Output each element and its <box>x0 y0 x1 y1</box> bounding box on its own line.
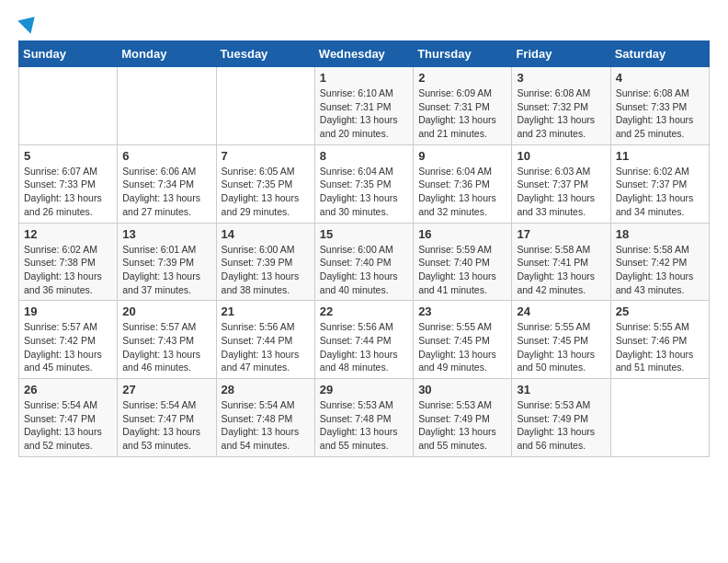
day-number: 10 <box>517 149 605 163</box>
day-number: 15 <box>320 227 408 241</box>
day-number: 18 <box>616 227 704 241</box>
calendar-cell: 7Sunrise: 6:05 AM Sunset: 7:35 PM Daylig… <box>216 144 314 223</box>
calendar-header-saturday: Saturday <box>610 41 709 67</box>
day-info: Sunrise: 6:01 AM Sunset: 7:39 PM Dayligh… <box>122 243 210 297</box>
calendar-cell: 8Sunrise: 6:04 AM Sunset: 7:35 PM Daylig… <box>314 144 413 223</box>
day-number: 16 <box>418 227 506 241</box>
calendar-header-wednesday: Wednesday <box>314 41 413 67</box>
day-number: 11 <box>616 149 704 163</box>
calendar-cell: 26Sunrise: 5:54 AM Sunset: 7:47 PM Dayli… <box>19 379 118 457</box>
calendar-cell: 22Sunrise: 5:56 AM Sunset: 7:44 PM Dayli… <box>314 301 413 379</box>
day-number: 8 <box>320 149 408 163</box>
calendar-cell: 30Sunrise: 5:53 AM Sunset: 7:49 PM Dayli… <box>414 379 512 457</box>
calendar-cell: 5Sunrise: 6:07 AM Sunset: 7:33 PM Daylig… <box>19 144 118 223</box>
calendar-cell <box>19 67 118 145</box>
day-info: Sunrise: 5:59 AM Sunset: 7:40 PM Dayligh… <box>418 243 506 297</box>
calendar-cell: 6Sunrise: 6:06 AM Sunset: 7:34 PM Daylig… <box>118 144 216 223</box>
calendar-cell: 29Sunrise: 5:53 AM Sunset: 7:48 PM Dayli… <box>314 379 413 457</box>
calendar-header-row: SundayMondayTuesdayWednesdayThursdayFrid… <box>19 41 710 67</box>
day-number: 19 <box>24 304 112 318</box>
day-number: 6 <box>122 149 210 163</box>
day-number: 20 <box>122 304 210 318</box>
day-info: Sunrise: 6:05 AM Sunset: 7:35 PM Dayligh… <box>222 165 310 219</box>
calendar-cell: 14Sunrise: 6:00 AM Sunset: 7:39 PM Dayli… <box>216 223 314 301</box>
page: SundayMondayTuesdayWednesdayThursdayFrid… <box>0 0 728 471</box>
day-number: 29 <box>320 383 408 396</box>
day-number: 9 <box>418 149 506 163</box>
calendar-cell: 31Sunrise: 5:53 AM Sunset: 7:49 PM Dayli… <box>512 379 610 457</box>
calendar-header-friday: Friday <box>512 41 610 67</box>
day-number: 23 <box>418 304 506 318</box>
day-number: 30 <box>418 383 506 396</box>
calendar-cell: 18Sunrise: 5:58 AM Sunset: 7:42 PM Dayli… <box>610 223 709 301</box>
day-number: 1 <box>320 71 408 85</box>
day-info: Sunrise: 6:03 AM Sunset: 7:37 PM Dayligh… <box>517 165 605 219</box>
calendar-week-row: 19Sunrise: 5:57 AM Sunset: 7:42 PM Dayli… <box>19 301 710 379</box>
day-info: Sunrise: 6:02 AM Sunset: 7:38 PM Dayligh… <box>24 243 112 297</box>
calendar-header-tuesday: Tuesday <box>216 41 314 67</box>
calendar-cell: 2Sunrise: 6:09 AM Sunset: 7:31 PM Daylig… <box>414 67 512 145</box>
calendar-cell: 15Sunrise: 6:00 AM Sunset: 7:40 PM Dayli… <box>314 223 413 301</box>
calendar-cell: 12Sunrise: 6:02 AM Sunset: 7:38 PM Dayli… <box>19 223 118 301</box>
day-number: 24 <box>517 304 605 318</box>
calendar-body: 1Sunrise: 6:10 AM Sunset: 7:31 PM Daylig… <box>19 67 710 457</box>
calendar-cell: 4Sunrise: 6:08 AM Sunset: 7:33 PM Daylig… <box>610 67 709 145</box>
calendar-week-row: 12Sunrise: 6:02 AM Sunset: 7:38 PM Dayli… <box>19 223 710 301</box>
calendar-cell: 17Sunrise: 5:58 AM Sunset: 7:41 PM Dayli… <box>512 223 610 301</box>
calendar-week-row: 26Sunrise: 5:54 AM Sunset: 7:47 PM Dayli… <box>19 379 710 457</box>
calendar-cell: 25Sunrise: 5:55 AM Sunset: 7:46 PM Dayli… <box>610 301 709 379</box>
day-number: 14 <box>222 227 310 241</box>
day-info: Sunrise: 5:55 AM Sunset: 7:45 PM Dayligh… <box>517 320 605 374</box>
day-info: Sunrise: 5:55 AM Sunset: 7:45 PM Dayligh… <box>418 320 506 374</box>
day-info: Sunrise: 6:10 AM Sunset: 7:31 PM Dayligh… <box>320 86 408 141</box>
calendar-table: SundayMondayTuesdayWednesdayThursdayFrid… <box>18 40 710 457</box>
calendar-week-row: 1Sunrise: 6:10 AM Sunset: 7:31 PM Daylig… <box>19 67 710 145</box>
day-number: 17 <box>517 227 605 241</box>
day-info: Sunrise: 6:06 AM Sunset: 7:34 PM Dayligh… <box>122 165 210 219</box>
day-number: 12 <box>24 227 112 241</box>
day-info: Sunrise: 5:57 AM Sunset: 7:43 PM Dayligh… <box>122 320 210 374</box>
day-info: Sunrise: 6:08 AM Sunset: 7:33 PM Dayligh… <box>616 86 704 141</box>
day-info: Sunrise: 6:04 AM Sunset: 7:36 PM Dayligh… <box>418 165 506 219</box>
calendar-cell: 1Sunrise: 6:10 AM Sunset: 7:31 PM Daylig… <box>314 67 413 145</box>
calendar-cell: 10Sunrise: 6:03 AM Sunset: 7:37 PM Dayli… <box>512 144 610 223</box>
day-info: Sunrise: 6:07 AM Sunset: 7:33 PM Dayligh… <box>24 165 112 219</box>
day-info: Sunrise: 5:54 AM Sunset: 7:47 PM Dayligh… <box>122 398 210 453</box>
calendar-header-monday: Monday <box>118 41 216 67</box>
day-info: Sunrise: 6:02 AM Sunset: 7:37 PM Dayligh… <box>616 165 704 219</box>
calendar-cell <box>216 67 314 145</box>
day-number: 7 <box>222 149 310 163</box>
calendar-cell: 27Sunrise: 5:54 AM Sunset: 7:47 PM Dayli… <box>118 379 216 457</box>
calendar-week-row: 5Sunrise: 6:07 AM Sunset: 7:33 PM Daylig… <box>19 144 710 223</box>
day-info: Sunrise: 5:56 AM Sunset: 7:44 PM Dayligh… <box>222 320 310 374</box>
day-info: Sunrise: 5:58 AM Sunset: 7:42 PM Dayligh… <box>616 243 704 297</box>
day-info: Sunrise: 5:53 AM Sunset: 7:49 PM Dayligh… <box>517 398 605 453</box>
day-info: Sunrise: 5:57 AM Sunset: 7:42 PM Dayligh… <box>24 320 112 374</box>
day-info: Sunrise: 5:53 AM Sunset: 7:49 PM Dayligh… <box>418 398 506 453</box>
day-number: 13 <box>122 227 210 241</box>
day-number: 31 <box>517 383 605 396</box>
calendar-cell: 24Sunrise: 5:55 AM Sunset: 7:45 PM Dayli… <box>512 301 610 379</box>
day-number: 2 <box>418 71 506 85</box>
day-info: Sunrise: 6:09 AM Sunset: 7:31 PM Dayligh… <box>418 86 506 141</box>
day-info: Sunrise: 6:00 AM Sunset: 7:40 PM Dayligh… <box>320 243 408 297</box>
calendar-cell: 23Sunrise: 5:55 AM Sunset: 7:45 PM Dayli… <box>414 301 512 379</box>
day-number: 5 <box>24 149 112 163</box>
day-info: Sunrise: 5:54 AM Sunset: 7:47 PM Dayligh… <box>24 398 112 453</box>
calendar-cell: 19Sunrise: 5:57 AM Sunset: 7:42 PM Dayli… <box>19 301 118 379</box>
day-number: 27 <box>122 383 210 396</box>
day-info: Sunrise: 5:58 AM Sunset: 7:41 PM Dayligh… <box>517 243 605 297</box>
calendar-cell: 3Sunrise: 6:08 AM Sunset: 7:32 PM Daylig… <box>512 67 610 145</box>
day-info: Sunrise: 5:53 AM Sunset: 7:48 PM Dayligh… <box>320 398 408 453</box>
calendar-cell: 16Sunrise: 5:59 AM Sunset: 7:40 PM Dayli… <box>414 223 512 301</box>
day-number: 28 <box>222 383 310 396</box>
calendar-cell: 9Sunrise: 6:04 AM Sunset: 7:36 PM Daylig… <box>414 144 512 223</box>
calendar-cell: 13Sunrise: 6:01 AM Sunset: 7:39 PM Dayli… <box>118 223 216 301</box>
logo <box>18 18 39 29</box>
day-info: Sunrise: 5:54 AM Sunset: 7:48 PM Dayligh… <box>222 398 310 453</box>
day-info: Sunrise: 6:00 AM Sunset: 7:39 PM Dayligh… <box>222 243 310 297</box>
logo-arrow-icon <box>17 10 40 33</box>
day-number: 3 <box>517 71 605 85</box>
calendar-cell: 20Sunrise: 5:57 AM Sunset: 7:43 PM Dayli… <box>118 301 216 379</box>
calendar-cell <box>118 67 216 145</box>
